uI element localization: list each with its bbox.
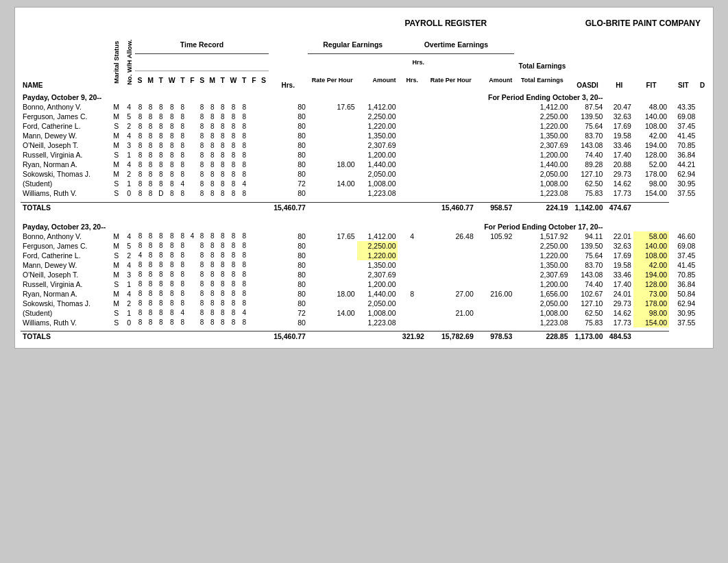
rate-reg	[308, 121, 357, 131]
oasdi: 139.50	[570, 112, 605, 121]
fit: 140.00	[633, 241, 669, 251]
wh-allowance: 4	[123, 232, 135, 241]
time-cell: 8	[135, 188, 145, 198]
time-cell: 8	[178, 251, 187, 260]
time-cell: 8	[145, 279, 156, 289]
payroll-register-page: PAYROLL REGISTER GLO-BRITE PAINT COMPANY…	[14, 7, 714, 349]
oasdi: 83.70	[570, 131, 605, 140]
employee-name: Williams, Ruth V.	[21, 318, 110, 327]
time-cell: 8	[166, 251, 178, 260]
time-cell: 8	[239, 251, 249, 260]
d-col	[697, 140, 707, 150]
time-cell: 8	[197, 131, 207, 140]
total-earnings: 2,250.00	[514, 241, 570, 251]
d-col	[697, 169, 707, 179]
employee-name: Mann, Dewey W.	[21, 131, 110, 140]
employee-name: Williams, Ruth V.	[21, 188, 110, 198]
total-earnings: 1,412.00	[514, 102, 570, 112]
hours: 80	[269, 169, 308, 179]
wh-allowance: 2	[123, 299, 135, 308]
table-row: Ferguson, James C.M58888888888802,250.00…	[21, 112, 707, 121]
time-cell: 8	[239, 140, 249, 150]
fit: 98.00	[633, 179, 669, 188]
rate-per-hour-ot: Rate Per Hour	[426, 71, 476, 90]
total-earnings: 1,220.00	[514, 251, 570, 260]
time-cell: 8	[218, 160, 228, 169]
total-earnings: 1,200.00	[514, 279, 570, 289]
time-cell	[187, 251, 197, 260]
time-cell: 8	[145, 160, 156, 169]
time-cell: 8	[178, 318, 187, 327]
time-week2-header	[197, 54, 269, 71]
time-cell: 8	[239, 102, 249, 112]
amount-reg: 1,223.08	[357, 188, 398, 198]
employee-name: Ford, Catherine L.	[21, 251, 110, 260]
sit: 62.94	[669, 299, 697, 308]
hours: 80	[269, 318, 308, 327]
ot-rate	[426, 160, 476, 169]
ot-amount	[476, 112, 515, 121]
marital-status: S	[110, 188, 122, 198]
oasdi: 62.50	[570, 179, 605, 188]
hi: 29.73	[605, 169, 633, 179]
time-cell: 8	[228, 289, 239, 299]
time-cell: 8	[166, 140, 178, 150]
ot-rate	[426, 299, 476, 308]
time-cell	[249, 318, 258, 327]
time-cell	[187, 299, 197, 308]
rate-reg	[308, 169, 357, 179]
time-cell: 8	[218, 299, 228, 308]
amount-reg: 2,050.00	[357, 169, 398, 179]
time-cell: 8	[197, 318, 207, 327]
amount-reg: Amount	[357, 71, 398, 90]
time-cell	[249, 179, 258, 188]
time-cell: 8	[207, 241, 218, 251]
d-col	[697, 308, 707, 318]
t10: W	[228, 71, 239, 90]
total-earnings: 1,440.00	[514, 160, 570, 169]
time-cell: 8	[218, 270, 228, 279]
time-cell: 4	[239, 179, 249, 188]
time-cell: 8	[207, 232, 218, 241]
table-row: Bonno, Anthony V.M488888888888017.651,41…	[21, 102, 707, 112]
table-row: Sokowski, Thomas J.M28888888888802,050.0…	[21, 299, 707, 308]
time-cell: 8	[178, 102, 187, 112]
col-header-fit: FIT	[633, 35, 669, 90]
fit: 52.00	[633, 160, 669, 169]
time-cell: 8	[239, 289, 249, 299]
employee-name: Ferguson, James C.	[21, 241, 110, 251]
oasdi: 83.70	[570, 260, 605, 270]
fit: 178.00	[633, 299, 669, 308]
ot-hours	[398, 188, 426, 198]
time-cell: 8	[228, 188, 239, 198]
t5: T	[178, 71, 187, 90]
sit: 37.55	[669, 318, 697, 327]
time-cell: 8	[207, 260, 218, 270]
totals-label: TOTALS	[21, 331, 269, 342]
time-cell	[249, 102, 258, 112]
time-cell: 8	[166, 102, 178, 112]
table-row: (Student)S188884888847214.001,008.001,00…	[21, 179, 707, 188]
d-col	[697, 318, 707, 327]
time-cell	[249, 270, 258, 279]
rate-reg	[308, 241, 357, 251]
employee-name: (Student)	[21, 179, 110, 188]
time-cell: 8	[145, 308, 156, 318]
hi: 17.73	[605, 318, 633, 327]
hi: 14.62	[605, 179, 633, 188]
totals-total-earnings: 15,782.69	[426, 331, 476, 342]
time-cell: 8	[178, 241, 187, 251]
sit: 69.08	[669, 241, 697, 251]
section-header: Payday, October 23, 20--For Period Endin…	[21, 219, 707, 232]
time-cell: 8	[239, 150, 249, 160]
time-cell: 8	[145, 169, 156, 179]
total-earnings: 2,307.69	[514, 270, 570, 279]
time-cell: 8	[197, 160, 207, 169]
fit: 42.00	[633, 260, 669, 270]
hi: 17.69	[605, 121, 633, 131]
oasdi: 87.54	[570, 102, 605, 112]
time-cell: 8	[218, 232, 228, 241]
time-cell: 8	[178, 270, 187, 279]
ot-amount	[476, 241, 515, 251]
wh-allowance: 4	[123, 131, 135, 140]
